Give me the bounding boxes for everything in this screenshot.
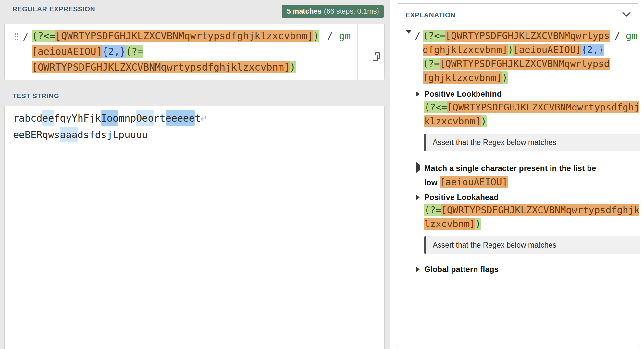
text-line: [aeiouAEIOU]{2,}(?= [32,44,357,59]
triangle-right-icon [416,195,420,200]
section-title-text: Positive Lookbehind [424,89,502,98]
text-segment: fghjklzxcvbnm] [423,71,502,84]
text-segment: ) [502,71,507,84]
text-segment: {2,} [581,44,604,56]
text-segment: ) [481,115,487,127]
panel-splitter[interactable] [393,0,393,349]
text-line: (?<=[QWRTYPSDFGHJKLZXCVBNMqwrtypsdfghjkl… [32,28,357,44]
text-segment: fgyYhFjk [54,110,101,126]
text-line: (?=[QWRTYPSDFGHJKLZXCVBNMqwrtypsdfghjk [424,203,638,217]
test-string-text[interactable]: rabcdeefgyYhFjkIoomnpOeorteeeeet↵eeBERqw… [13,110,378,143]
text-segment: eeeee [166,110,195,126]
text-line: klzxcvbnm]) [424,114,638,128]
text-segment: [QWRTYPSDFGHJKLZXCVBNMqwrtypsdfghj [447,101,640,113]
regex-summary-row: / (?<=[QWRTYPSDFGHJKLZXCVBNMqwrtypsdfghj… [406,29,638,85]
text-line: (?<=[QWRTYPSDFGHJKLZXCVBNMqwrtyps [423,29,638,43]
triangle-right-icon [416,162,420,173]
text-segment: {2,} [102,45,126,58]
text-segment: [aeiouAEIOU] [513,44,581,56]
summary-regex: (?<=[QWRTYPSDFGHJKLZXCVBNMqwrtypsdfghjkl… [423,29,638,85]
section-positive-lookbehind[interactable]: Positive Lookbehind [416,89,638,99]
explanation-sections: Positive Lookbehind (?<=[QWRTYPSDFGHJKLZ… [416,89,638,275]
section-title-text: Positive Lookahead [424,193,499,202]
text-segment: aaa [60,127,78,142]
text-segment: [QWRTYPSDFGHJKLZXCVBNMqwrtypsdfghjk [441,204,639,216]
text-segment: ) [290,61,296,73]
regex-gutter: / [5,29,29,44]
text-segment: dfghjklzxcvbnm] [423,44,508,56]
text-line: eeBERqwsaaadsfdsjLpuuuu [13,127,378,143]
text-line: [QWRTYPSDFGHJKLZXCVBNMqwrtypsdfghjklzxcv… [32,59,357,75]
text-segment: [QWRTYPSDFGHJKLZXCVBNMqwrtypsdfghjklzxcv… [32,61,290,73]
text-segment: eeBERqws [13,127,60,142]
section-character-list[interactable]: Match a single character present in the … [416,161,638,189]
text-segment: [aeiouAEIOU] [32,45,102,58]
text-segment: (?<= [32,30,55,42]
expand-marker[interactable] [406,29,415,85]
text-segment: [QWRTYPSDFGHJKLZXCVBNMqwrtypsdfghjklzxcv… [55,30,313,42]
summary-open-delimiter: / [415,29,423,85]
regex-input[interactable]: / (?<=[QWRTYPSDFGHJKLZXCVBNMqwrtypsdfghj… [4,24,385,80]
triangle-right-icon [416,91,420,97]
regex-flags-text: gm [339,30,351,42]
regex-box-divider [357,24,358,80]
text-segment: dsfdsjLpuuuu [78,127,148,142]
text-segment: rabcd [13,110,42,126]
regex-close-delimiter: / [327,30,339,42]
test-string-section-title: TEST STRING [12,92,59,100]
test-string-input[interactable]: rabcdeefgyYhFjkIoomnpOeorteeeeet↵eeBERqw… [4,106,385,349]
text-segment: (?= [126,45,143,58]
text-segment: ) [313,30,319,42]
match-steps-time: (66 steps, 0.1ms) [324,7,379,16]
explanation-header: EXPLANATION [405,11,632,19]
text-segment: mnp [118,110,136,126]
lookbehind-code: (?<=[QWRTYPSDFGHJKLZXCVBNMqwrtypsdfghjkl… [424,100,638,128]
text-segment: ) [475,218,481,230]
explanation-body: / (?<=[QWRTYPSDFGHJKLZXCVBNMqwrtypsdfghj… [406,26,638,275]
section-global-pattern-flags[interactable]: Global pattern flags [416,264,638,275]
section-title-text: Global pattern flags [424,265,499,274]
summary-flags-text: gm [626,30,637,41]
explanation-panel: EXPLANATION / (?<=[QWRTYPSDFGHJKLZXCVBNM… [397,3,639,346]
text-segment: (?= [423,58,440,70]
text-segment: [QWRTYPSDFGHJKLZXCVBNMqwrtyps [445,30,610,42]
summary-regex-lines: (?<=[QWRTYPSDFGHJKLZXCVBNMqwrtypsdfghjkl… [423,29,638,85]
lookbehind-assertion-note: Assert that the Regex below matches [424,134,640,151]
text-line: (?=[QWRTYPSDFGHJKLZXCVBNMqwrtypsd [423,57,638,71]
text-line: rabcdeefgyYhFjkIoomnpOeorteeeeet↵ [13,110,378,127]
text-segment: Match a single character present in the … [424,163,596,173]
match-count: 5 matches [287,7,322,16]
regex-flags[interactable]: / gm [327,28,351,44]
text-segment: [QWRTYPSDFGHJKLZXCVBNMqwrtypsd [440,58,610,70]
text-segment: [aeiouAEIOU] [440,176,508,188]
text-segment: Oeo [136,110,154,126]
summary-close-delimiter: / [614,30,626,41]
text-segment: (?= [424,204,441,216]
lookahead-code: (?=[QWRTYPSDFGHJKLZXCVBNMqwrtypsdfghjklz… [424,203,638,231]
character-list-description: Match a single character present in the … [424,161,596,189]
regex-pattern-text[interactable]: (?<=[QWRTYPSDFGHJKLZXCVBNMqwrtypsdfghjkl… [32,28,357,75]
text-segment: Ioo [101,110,118,126]
text-segment: (?<= [424,101,447,113]
explanation-title: EXPLANATION [405,11,455,19]
text-segment: rt [154,110,166,126]
text-segment: (?<= [423,30,445,42]
drag-handle-icon[interactable] [14,32,18,40]
editor-panel: REGULAR EXPRESSION 5 matches (66 steps, … [0,0,390,349]
text-segment: lzxcvbnm] [424,218,475,230]
copy-regex-button[interactable] [366,46,379,58]
lookahead-assertion-note: Assert that the Regex below matches [424,236,640,254]
match-count-badge[interactable]: 5 matches (66 steps, 0.1ms) [282,5,384,18]
text-line: fghjklzxcvbnm]) [423,71,638,85]
text-segment: ee [42,110,54,126]
regex-open-delimiter: / [23,31,29,42]
chevron-down-icon [622,12,631,17]
text-segment: low [424,177,440,187]
text-segment: ) [508,44,513,56]
collapse-explanation-button[interactable] [621,11,632,19]
text-segment: ↵ [201,112,208,125]
section-positive-lookahead[interactable]: Positive Lookahead [416,192,638,202]
regex-section-title: REGULAR EXPRESSION [12,5,95,13]
text-segment: t [195,110,201,126]
marker-column [416,161,420,189]
